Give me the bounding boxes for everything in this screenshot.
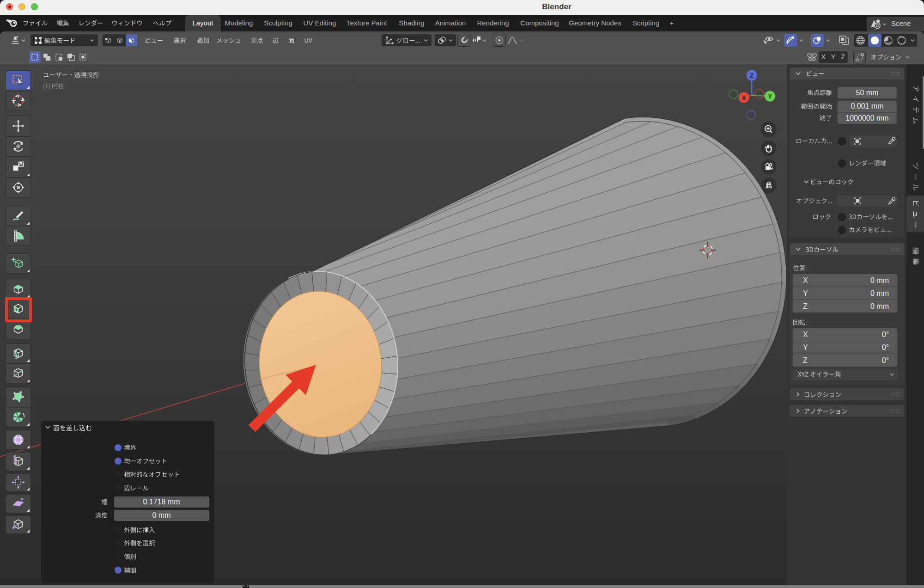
svg-text:X: X — [742, 94, 746, 101]
svg-text:Y: Y — [768, 93, 772, 100]
svg-text:Z: Z — [750, 72, 754, 79]
